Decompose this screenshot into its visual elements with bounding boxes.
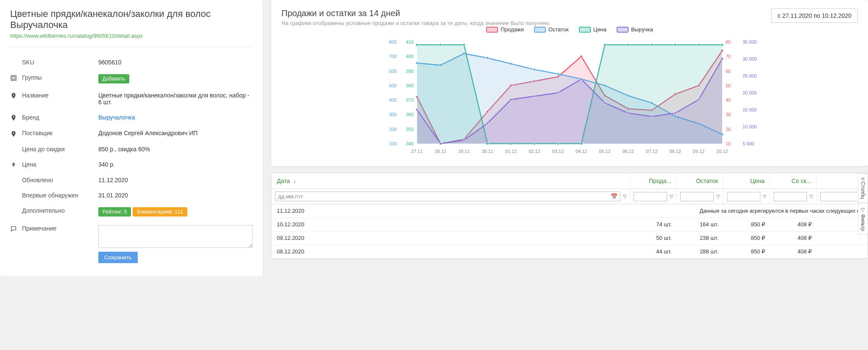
rating-badge: Рейтинг: 5 [98,207,131,217]
th-sales[interactable]: Прода... [630,173,677,189]
chart-subtitle: На графике отображены условные продажи и… [281,20,549,26]
cell-today-message: Данные за сегодня агрегируются в первых … [570,204,868,217]
svg-point-93 [510,98,512,101]
svg-point-101 [698,98,700,101]
first-seen-label: Впервые обнаружен [22,192,98,199]
product-url-link[interactable]: https://www.wildberries.ru/catalog/96056… [10,33,143,39]
legend-sales[interactable]: Продажи [501,26,523,33]
price-before-label: Цена до скидки [22,146,98,153]
svg-point-90 [439,142,442,145]
svg-text:09.12: 09.12 [693,149,705,154]
filter-icon[interactable]: ▽ [623,194,626,199]
stock-filter-input[interactable] [680,192,714,201]
svg-text:04.12: 04.12 [576,149,587,154]
price-filter-input[interactable] [727,192,760,201]
sku-label: SKU [22,59,98,66]
product-details-panel: Цветные прядки/канекалон/заколки для вол… [0,0,263,276]
svg-rect-1 [12,77,15,80]
cell-price: 850 ₽ [723,218,770,231]
cell-stock: 238 шт. [677,231,723,244]
svg-point-77 [463,44,465,46]
add-group-button[interactable]: Добавить [98,74,129,83]
th-discount[interactable]: Со ск... [770,173,817,189]
columns-tab[interactable]: ≡ Столбц [858,173,868,203]
legend-revenue[interactable]: Выручка [631,26,653,33]
svg-text:400: 400 [406,54,414,59]
price-icon [10,161,22,168]
cell-date: 11.12.2020 [272,204,570,217]
svg-text:35 000: 35 000 [743,39,757,44]
brand-link[interactable]: Выручалочка [98,114,253,121]
cell-stock: 164 шт. [677,218,723,231]
note-textarea[interactable] [98,225,253,248]
pin-icon [10,130,22,137]
pin-icon [10,114,22,121]
date-range-selector[interactable]: с 27.11.2020 по 10.12.2020 [771,8,858,23]
svg-point-92 [486,122,489,125]
filter-icon[interactable]: ▽ [670,194,673,199]
svg-text:06.12: 06.12 [623,149,634,154]
table-row[interactable]: 08.12.2020 44 шт. 288 шт. 850 ₽ 408 ₽ [272,245,868,258]
legend-price[interactable]: Цена [593,26,606,33]
th-price[interactable]: Цена [723,173,770,189]
layers-icon [10,74,22,81]
th-date[interactable]: Дата ↓ [272,173,630,189]
table-row[interactable]: 09.12.2020 50 шт. 238 шт. 850 ₽ 408 ₽ [272,231,868,245]
data-table: Дата ↓ Прода... Остаток Цена Со ск... дд… [271,173,868,259]
svg-text:800: 800 [389,39,397,44]
svg-point-100 [674,112,676,114]
extra-filter-input[interactable] [820,192,864,201]
filter-icon[interactable]: ▽ [716,194,720,199]
calendar-icon: 📅 [611,193,618,200]
cell-sales: 50 шт. [630,231,677,244]
pin-icon [10,92,22,99]
table-row[interactable]: 10.12.2020 74 шт. 164 шт. 850 ₽ 408 ₽ [272,218,868,231]
svg-point-65 [510,62,512,65]
svg-text:02.12: 02.12 [529,149,540,154]
svg-text:340: 340 [406,141,414,146]
sales-chart: 3403503603703803904004101002003004005006… [281,38,858,156]
filters-tab[interactable]: ▽ Фильтр [858,203,868,235]
svg-point-91 [463,139,465,142]
comments-badge: Комментариев: 111 [133,207,187,217]
discount-filter-input[interactable] [773,192,807,201]
table-row[interactable]: 11.12.2020Данные за сегодня агрегируются… [272,204,868,218]
svg-text:27.11: 27.11 [411,149,423,154]
chart-legend: Продажи Остаток Цена Выручка [281,26,858,33]
svg-text:500: 500 [389,83,397,88]
save-button[interactable]: Сохранить [98,252,138,263]
svg-point-87 [698,44,700,46]
product-title: Цветные прядки/канекалон/заколки для вол… [10,8,253,31]
svg-text:30: 30 [726,112,731,117]
svg-text:01.12: 01.12 [505,149,517,154]
legend-stock[interactable]: Остаток [548,26,569,33]
svg-text:30 000: 30 000 [743,56,757,61]
filter-icon[interactable]: ▽ [763,194,766,199]
svg-text:08.12: 08.12 [669,149,681,154]
svg-text:29.11: 29.11 [458,149,470,154]
updated-value: 11.12.2020 [98,177,253,183]
name-label: Название [22,92,98,99]
note-label: Примечание [22,225,98,232]
svg-text:05.12: 05.12 [599,149,611,154]
updated-label: Обновлено [22,177,98,183]
filter-icon[interactable]: ▽ [810,194,813,199]
th-stock[interactable]: Остаток [677,173,723,189]
date-filter-input[interactable]: дд.мм.гггг📅 [275,192,620,201]
svg-text:40: 40 [726,97,731,103]
svg-text:10: 10 [726,141,731,146]
sales-filter-input[interactable] [634,192,667,201]
sku-value: 9605610 [98,59,253,66]
cell-date: 08.12.2020 [272,245,630,258]
supplier-value: Додонов Сергей Александрович ИП [98,130,253,136]
extra-label: Дополнительно [22,207,98,214]
svg-text:100: 100 [389,141,397,146]
svg-point-85 [651,44,653,46]
cell-date: 10.12.2020 [272,218,630,231]
svg-text:03.12: 03.12 [552,149,564,154]
svg-text:20 000: 20 000 [743,90,757,95]
svg-point-95 [556,92,559,94]
cell-sales: 44 шт. [630,245,677,258]
cell-date: 09.12.2020 [272,231,630,244]
table-header-row: Дата ↓ Прода... Остаток Цена Со ск... [272,173,868,189]
